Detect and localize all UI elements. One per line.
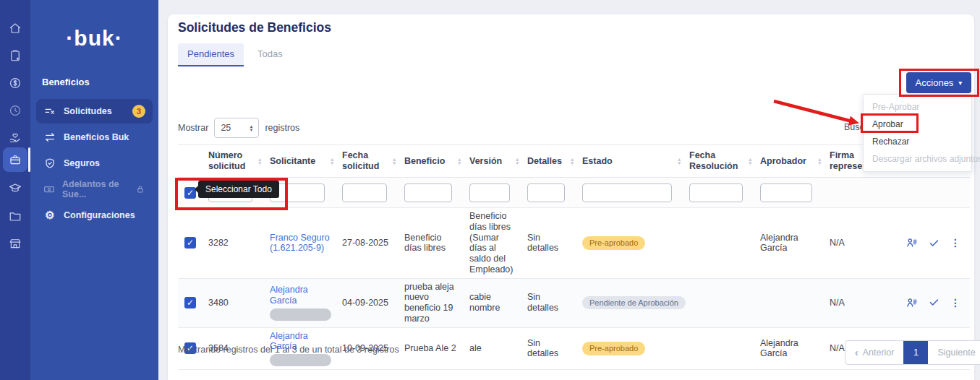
cell-fecha-solicitud: 27-08-2025 bbox=[341, 235, 403, 251]
cell-version: Beneficio días libres (Sumar días al sal… bbox=[468, 208, 526, 278]
filter-fecha-solicitud-input[interactable] bbox=[342, 183, 387, 202]
filter-estado-input[interactable] bbox=[582, 183, 672, 202]
menu-item-pre-aprobar[interactable]: Pre-Aprobar bbox=[864, 98, 971, 116]
next-page-button[interactable]: Siguiente › bbox=[928, 341, 980, 364]
sidebar-item-beneficios-buk[interactable]: Beneficios Buk bbox=[36, 125, 153, 150]
sidebar-item-label: Adelantos de Sue... bbox=[62, 179, 128, 199]
status-badge: Pre-aprobado bbox=[582, 342, 645, 355]
pending-count-badge: 3 bbox=[132, 105, 145, 118]
cell-fecha-solicitud: 04-09-2025 bbox=[341, 295, 403, 311]
sidebar-item-label: Solicitudes bbox=[64, 106, 112, 116]
sort-icon: ▴▾ bbox=[516, 157, 519, 165]
header-estado[interactable]: Estado▴▾ bbox=[581, 153, 688, 170]
header-fecha-solicitud[interactable]: Fecha solicitud▴▾ bbox=[341, 147, 403, 175]
requests-table: Número solicitud▴▾ Solicitante▴▾ Fecha s… bbox=[178, 144, 970, 370]
menu-item-rechazar[interactable]: Rechazar bbox=[864, 133, 971, 150]
sidebar-item-adelantos[interactable]: Adelantos de Sue... bbox=[36, 177, 153, 202]
sidebar-section-title: Beneficios bbox=[42, 77, 90, 87]
solicitante-link[interactable]: Alejandra García bbox=[270, 285, 308, 306]
clipboard-icon[interactable] bbox=[3, 43, 27, 68]
status-badge: Pre-aprobado bbox=[582, 236, 645, 250]
header-numero-solicitud[interactable]: Número solicitud▴▾ bbox=[207, 147, 268, 175]
approve-check-icon[interactable] bbox=[929, 238, 939, 249]
actions-dropdown-menu: Pre-Aprobar Aprobar Rechazar Descargar a… bbox=[863, 94, 972, 172]
chevron-down-icon: ▾ bbox=[958, 79, 962, 87]
previous-page-button[interactable]: ‹ Anterior bbox=[845, 341, 903, 364]
cell-version: ale bbox=[468, 340, 526, 357]
row-actions: ⋮ bbox=[890, 294, 970, 312]
select-all-tooltip: Seleccionar Todo bbox=[198, 181, 279, 198]
kebab-menu-icon[interactable]: ⋮ bbox=[950, 237, 960, 249]
page-number-button[interactable]: 1 bbox=[903, 341, 928, 364]
buk-logo: ·buk· bbox=[30, 26, 158, 51]
sidebar-item-label: Configuraciones bbox=[64, 210, 135, 220]
registros-label: registros bbox=[265, 123, 299, 133]
header-detalles[interactable]: Detalles▴▾ bbox=[526, 153, 581, 170]
filter-fecha-resolucion-input[interactable] bbox=[689, 183, 743, 202]
menu-item-aprobar[interactable]: Aprobar bbox=[864, 116, 971, 133]
sort-icon: ▴▾ bbox=[678, 157, 681, 165]
cell-solicitante: Alejandra García bbox=[268, 282, 341, 324]
chevron-left-icon: ‹ bbox=[855, 347, 858, 358]
sidebar-item-seguros[interactable]: Seguros bbox=[36, 151, 153, 176]
mostrar-label: Mostrar bbox=[178, 123, 208, 133]
filter-aprobador-input[interactable] bbox=[760, 183, 812, 202]
actions-button[interactable]: Acciones ▾ bbox=[906, 72, 971, 93]
bank-icon[interactable] bbox=[3, 231, 27, 256]
cell-numero: 3282 bbox=[207, 235, 268, 251]
header-aprobador[interactable]: Aprobador▴▾ bbox=[759, 153, 828, 170]
tab-bar: Pendientes Todas bbox=[178, 43, 292, 66]
icon-rail bbox=[0, 0, 30, 380]
cell-solicitante: Franco Seguro(1.621.205-9) bbox=[268, 230, 341, 257]
row-checkbox[interactable]: ✓ bbox=[184, 297, 196, 308]
sidebar-item-solicitudes[interactable]: Solicitudes 3 bbox=[36, 99, 153, 124]
cell-version: cabie nombre bbox=[468, 289, 526, 316]
payments-dollar-icon[interactable] bbox=[3, 71, 27, 95]
benefits-requests-page: ·buk· Beneficios Solicitudes 3 Beneficio… bbox=[0, 0, 980, 380]
page-size-select[interactable]: 25 ▴▾ bbox=[214, 118, 259, 138]
filter-detalles-input[interactable] bbox=[527, 183, 565, 202]
redacted-rut bbox=[270, 308, 331, 321]
solicitante-link[interactable]: Franco Seguro(1.621.205-9) bbox=[270, 233, 330, 254]
actions-button-label: Acciones bbox=[916, 77, 954, 88]
tab-pendientes[interactable]: Pendientes bbox=[178, 43, 244, 66]
header-beneficio[interactable]: Beneficio▴▾ bbox=[403, 153, 468, 170]
filter-row: ✓ bbox=[178, 178, 970, 208]
menu-item-descargar-adjuntos[interactable]: Descargar archivos adjuntos bbox=[864, 150, 971, 168]
sort-icon: ▴▾ bbox=[331, 157, 333, 165]
header-select-col bbox=[178, 158, 207, 164]
home-icon[interactable] bbox=[3, 16, 27, 40]
select-arrows-icon: ▴▾ bbox=[250, 124, 253, 131]
row-checkbox[interactable]: ✓ bbox=[184, 237, 196, 249]
records-summary: Mostrando registros del 1 al 3 de un tot… bbox=[178, 345, 399, 355]
sort-icon: ▴▾ bbox=[458, 157, 461, 165]
header-version[interactable]: Versión▴▾ bbox=[468, 153, 526, 170]
banknote-icon bbox=[43, 183, 55, 195]
sort-icon: ▴▾ bbox=[258, 157, 261, 165]
header-solicitante[interactable]: Solicitante▴▾ bbox=[268, 153, 341, 170]
graduation-cap-icon[interactable] bbox=[3, 176, 27, 201]
sort-icon: ▴▾ bbox=[571, 157, 574, 165]
folder-icon[interactable] bbox=[3, 204, 27, 228]
page-size-control: Mostrar 25 ▴▾ registros bbox=[178, 118, 299, 138]
cell-beneficio: Prueba Ale 2 bbox=[403, 340, 468, 357]
sort-icon: ▴▾ bbox=[749, 157, 751, 165]
sidebar-item-label: Beneficios Buk bbox=[64, 132, 129, 142]
header-fecha-resolucion[interactable]: Fecha Resolución▴▾ bbox=[688, 147, 759, 175]
cell-aprobador bbox=[759, 300, 828, 306]
sort-icon: ▴▾ bbox=[393, 157, 396, 165]
cell-fecha-resolucion bbox=[688, 345, 759, 351]
hand-heart-icon[interactable] bbox=[3, 126, 27, 150]
requests-list-icon bbox=[43, 105, 56, 117]
assign-approver-icon[interactable] bbox=[906, 297, 918, 308]
kebab-menu-icon[interactable]: ⋮ bbox=[950, 297, 960, 309]
filter-version-input[interactable] bbox=[469, 183, 510, 202]
filter-beneficio-input[interactable] bbox=[404, 183, 452, 202]
clock-icon[interactable] bbox=[3, 98, 27, 123]
assign-approver-icon[interactable] bbox=[906, 237, 918, 249]
briefcase-icon[interactable] bbox=[3, 147, 27, 172]
approve-check-icon[interactable] bbox=[929, 297, 939, 308]
sidebar-item-configuraciones[interactable]: ⚙ Configuraciones bbox=[36, 203, 153, 228]
tab-todas[interactable]: Todas bbox=[248, 43, 292, 66]
redacted-rut bbox=[270, 354, 331, 366]
